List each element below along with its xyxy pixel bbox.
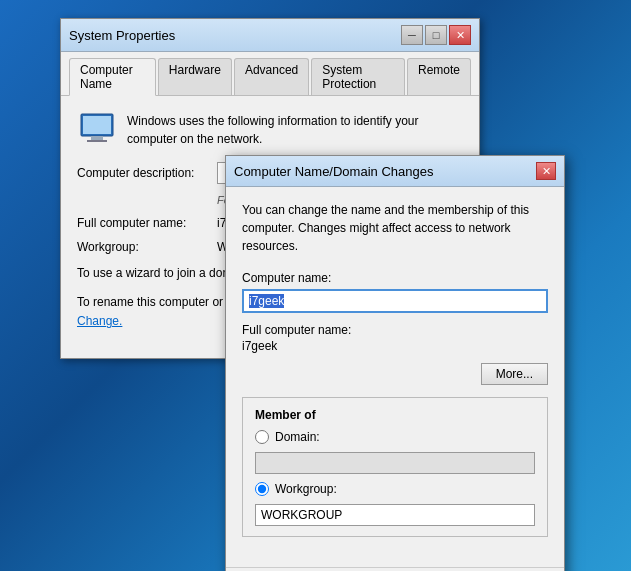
computer-description-label: Computer description: xyxy=(77,166,217,180)
system-props-title: System Properties xyxy=(69,28,175,43)
cnd-content: You can change the name and the membersh… xyxy=(226,187,564,567)
tab-remote[interactable]: Remote xyxy=(407,58,471,95)
domain-input[interactable] xyxy=(255,452,535,474)
workgroup-label: Workgroup: xyxy=(77,240,217,254)
dialog-buttons: OK Cancel xyxy=(226,567,564,571)
member-of-group: Member of Domain: Workgroup: xyxy=(242,397,548,537)
cnd-title: Computer Name/Domain Changes xyxy=(234,164,433,179)
cnd-close-button[interactable]: ✕ xyxy=(536,162,556,180)
minimize-button[interactable]: ─ xyxy=(401,25,423,45)
more-btn-row: More... xyxy=(242,363,548,385)
domain-radio[interactable] xyxy=(255,430,269,444)
tab-advanced[interactable]: Advanced xyxy=(234,58,309,95)
computer-name-field-label: Computer name: xyxy=(242,271,548,285)
domain-radio-row: Domain: xyxy=(255,430,535,444)
maximize-button[interactable]: □ xyxy=(425,25,447,45)
info-row: Windows uses the following information t… xyxy=(77,112,463,148)
workgroup-radio-row: Workgroup: xyxy=(255,482,535,496)
tab-computer-name[interactable]: Computer Name xyxy=(69,58,156,96)
rename-link[interactable]: Change. xyxy=(77,314,122,328)
full-computer-name-dialog-label: Full computer name: xyxy=(242,323,548,337)
cnd-dialog: Computer Name/Domain Changes ✕ You can c… xyxy=(225,155,565,571)
workgroup-input[interactable] xyxy=(255,504,535,526)
workgroup-radio-label: Workgroup: xyxy=(275,482,337,496)
tab-hardware[interactable]: Hardware xyxy=(158,58,232,95)
tabs-bar: Computer Name Hardware Advanced System P… xyxy=(61,52,479,96)
system-props-titlebar: System Properties ─ □ ✕ xyxy=(61,19,479,52)
member-of-title: Member of xyxy=(255,408,535,422)
workgroup-radio[interactable] xyxy=(255,482,269,496)
svg-rect-3 xyxy=(87,140,107,142)
close-button[interactable]: ✕ xyxy=(449,25,471,45)
full-computer-name-dialog-value: i7geek xyxy=(242,339,548,353)
more-button[interactable]: More... xyxy=(481,363,548,385)
cnd-description: You can change the name and the membersh… xyxy=(242,201,548,255)
cnd-titlebar: Computer Name/Domain Changes ✕ xyxy=(226,156,564,187)
full-computer-name-label: Full computer name: xyxy=(77,216,217,230)
domain-radio-label: Domain: xyxy=(275,430,320,444)
info-text: Windows uses the following information t… xyxy=(127,112,463,148)
computer-icon xyxy=(77,112,117,148)
system-props-controls: ─ □ ✕ xyxy=(401,25,471,45)
svg-rect-1 xyxy=(83,116,111,134)
svg-rect-2 xyxy=(91,136,103,140)
computer-name-input[interactable] xyxy=(242,289,548,313)
tab-system-protection[interactable]: System Protection xyxy=(311,58,405,95)
